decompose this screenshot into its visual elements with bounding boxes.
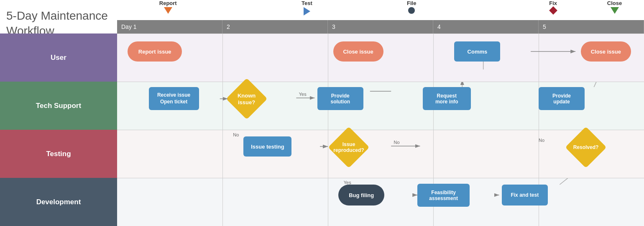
lane-dev-content: Bug filing Feasibilityassessment Fix and… [117,178,644,226]
comms-shape: Comms [454,41,500,62]
issue-reproduced-shape: Issuereproduced? [328,132,370,162]
divider-tt3 [433,130,434,178]
swim-lanes: Report issue Close issue Comms Close iss… [117,33,644,226]
provide-solution-label: Providesolution [330,93,350,105]
issue-testing-label: Issue testing [251,144,284,150]
lane-label-user: User [0,33,117,82]
milestone-report-label: Report [159,0,177,6]
svg-line-10 [594,82,612,87]
report-issue-label: Report issue [138,49,171,55]
comms-label: Comms [468,49,488,55]
lane-label-development: Development [0,178,117,226]
milestone-test-arrow [304,7,310,15]
lane-testing-content: Issue testing Issuereproduced? Resolved? [117,130,644,178]
report-issue-shape: Report issue [128,41,182,62]
lane-label-testing: Testing [0,130,117,178]
provide-solution-shape: Providesolution [317,87,363,110]
divider-tt1 [222,130,223,178]
close-issue-1-shape: Close issue [333,41,383,62]
milestone-close-arrow [611,7,619,14]
day-label-1: Day 1 [117,20,222,33]
day-labels: Day 1 2 3 4 5 [117,20,644,33]
milestone-report: Report [159,0,177,14]
provide-update-label: Provideupdate [552,93,571,105]
close-issue-2-label: Close issue [591,49,621,55]
milestone-close: Close [607,0,622,14]
lane-testing: Issue testing Issuereproduced? Resolved? [117,130,644,178]
lane-tech-content: Receive issueOpen ticket Knownissue? Pro… [117,82,644,130]
milestone-report-arrow [164,7,172,14]
timeline-header: Report Test File Fix [117,0,644,33]
issue-testing-shape: Issue testing [243,136,291,157]
lane-user: Report issue Close issue Comms Close iss… [117,33,644,82]
day-label-4: 4 [433,20,539,33]
lane-dev: Bug filing Feasibilityassessment Fix and… [117,178,644,226]
provide-update-shape: Provideupdate [539,87,585,110]
svg-line-21 [560,178,596,185]
close-issue-2-shape: Close issue [581,41,631,62]
day-label-2: 2 [222,20,328,33]
bug-filing-shape: Bug filing [338,185,384,205]
divider-1 [222,34,223,82]
divider-3 [433,34,434,82]
known-issue-shape: Knownissue? [228,85,266,113]
svg-text:No: No [394,140,400,145]
milestone-close-label: Close [607,0,622,6]
fix-test-label: Fix and test [511,192,539,198]
diagram-area: Report Test File Fix [117,0,644,226]
divider-4 [539,34,539,82]
lane-user-content: Report issue Close issue Comms Close iss… [117,34,644,82]
divider-2 [328,34,328,82]
milestone-file-circle [408,7,415,14]
feasibility-shape: Feasibilityassessment [417,184,470,207]
receive-issue-shape: Receive issueOpen ticket [149,87,199,110]
request-more-info-shape: Requestmore info [423,87,471,110]
fix-test-shape: Fix and test [502,185,548,205]
resolved-shape: Resolved? [565,132,607,162]
divider-t1 [222,82,223,130]
milestone-fix-diamond [549,6,557,15]
day-label-5: 5 [539,20,644,33]
milestone-test-label: Test [302,0,312,6]
divider-tt4 [539,130,539,178]
divider-d1 [222,178,223,226]
milestones-row: Report Test File Fix [117,0,644,20]
divider-d2 [328,178,328,226]
milestone-file-label: File [407,0,416,6]
milestone-file: File [407,0,416,14]
svg-text:No: No [233,132,239,137]
milestone-test: Test [302,0,312,15]
svg-text:No: No [539,138,544,143]
request-more-info-label: Requestmore info [435,93,458,105]
feasibility-label: Feasibilityassessment [429,190,458,201]
day-label-3: 3 [328,20,433,33]
close-issue-1-label: Close issue [343,49,373,55]
svg-text:Yes: Yes [299,92,307,97]
lane-tech: Receive issueOpen ticket Knownissue? Pro… [117,82,644,130]
milestone-fix-label: Fix [549,0,557,6]
milestone-fix: Fix [549,0,557,13]
receive-issue-label: Receive issueOpen ticket [157,92,190,105]
bug-filing-label: Bug filing [349,192,374,198]
lane-label-tech-support: Tech Support [0,82,117,130]
